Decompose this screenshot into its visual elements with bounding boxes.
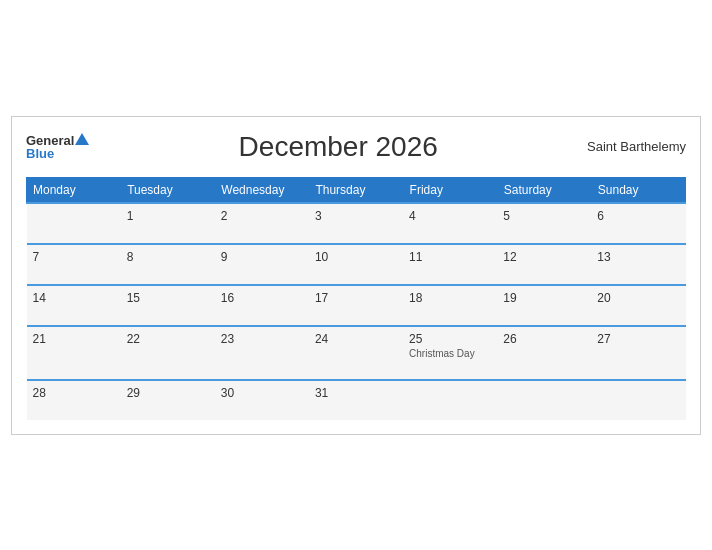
calendar-cell: 1 <box>121 203 215 244</box>
calendar-cell: 9 <box>215 244 309 285</box>
week-row-3: 14151617181920 <box>27 285 686 326</box>
logo-blue-text: Blue <box>26 147 89 160</box>
day-number: 18 <box>409 291 491 305</box>
day-number: 8 <box>127 250 209 264</box>
calendar-grid: MondayTuesdayWednesdayThursdayFridaySatu… <box>26 177 686 420</box>
region-label: Saint Barthelemy <box>587 139 686 154</box>
calendar-cell: 12 <box>497 244 591 285</box>
calendar-cell: 20 <box>591 285 685 326</box>
calendar-cell: 23 <box>215 326 309 380</box>
weekday-header-saturday: Saturday <box>497 177 591 203</box>
calendar-cell: 2 <box>215 203 309 244</box>
week-row-4: 2122232425Christmas Day2627 <box>27 326 686 380</box>
calendar-cell: 27 <box>591 326 685 380</box>
calendar-cell: 26 <box>497 326 591 380</box>
calendar-cell: 24 <box>309 326 403 380</box>
day-number: 9 <box>221 250 303 264</box>
calendar-cell: 14 <box>27 285 121 326</box>
calendar-cell: 17 <box>309 285 403 326</box>
day-number: 17 <box>315 291 397 305</box>
logo-area: General Blue <box>26 134 89 160</box>
calendar-cell: 8 <box>121 244 215 285</box>
logo-general-text: General <box>26 134 74 147</box>
weekday-header-tuesday: Tuesday <box>121 177 215 203</box>
weekday-header-row: MondayTuesdayWednesdayThursdayFridaySatu… <box>27 177 686 203</box>
calendar-header: General Blue December 2026 Saint Barthel… <box>26 127 686 167</box>
calendar-cell: 4 <box>403 203 497 244</box>
calendar-cell: 10 <box>309 244 403 285</box>
event-label: Christmas Day <box>409 348 491 359</box>
weekday-header-wednesday: Wednesday <box>215 177 309 203</box>
calendar-cell: 22 <box>121 326 215 380</box>
month-title: December 2026 <box>89 131 587 163</box>
calendar-cell: 19 <box>497 285 591 326</box>
calendar-cell: 21 <box>27 326 121 380</box>
calendar-cell <box>27 203 121 244</box>
day-number: 13 <box>597 250 679 264</box>
weekday-header-sunday: Sunday <box>591 177 685 203</box>
day-number: 21 <box>33 332 115 346</box>
day-number: 30 <box>221 386 303 400</box>
day-number: 28 <box>33 386 115 400</box>
day-number: 5 <box>503 209 585 223</box>
weekday-header-monday: Monday <box>27 177 121 203</box>
calendar-cell: 15 <box>121 285 215 326</box>
day-number: 3 <box>315 209 397 223</box>
day-number: 19 <box>503 291 585 305</box>
day-number: 31 <box>315 386 397 400</box>
calendar-cell <box>591 380 685 420</box>
day-number: 29 <box>127 386 209 400</box>
calendar-cell: 18 <box>403 285 497 326</box>
day-number: 2 <box>221 209 303 223</box>
day-number: 1 <box>127 209 209 223</box>
calendar-cell: 30 <box>215 380 309 420</box>
week-row-2: 78910111213 <box>27 244 686 285</box>
day-number: 15 <box>127 291 209 305</box>
calendar-cell: 31 <box>309 380 403 420</box>
calendar-cell: 3 <box>309 203 403 244</box>
day-number: 12 <box>503 250 585 264</box>
calendar-cell: 5 <box>497 203 591 244</box>
calendar-cell <box>497 380 591 420</box>
day-number: 25 <box>409 332 491 346</box>
day-number: 26 <box>503 332 585 346</box>
day-number: 4 <box>409 209 491 223</box>
weekday-header-thursday: Thursday <box>309 177 403 203</box>
calendar-cell: 13 <box>591 244 685 285</box>
day-number: 11 <box>409 250 491 264</box>
week-row-5: 28293031 <box>27 380 686 420</box>
day-number: 23 <box>221 332 303 346</box>
calendar-cell: 6 <box>591 203 685 244</box>
day-number: 24 <box>315 332 397 346</box>
week-row-1: 123456 <box>27 203 686 244</box>
day-number: 20 <box>597 291 679 305</box>
day-number: 27 <box>597 332 679 346</box>
day-number: 14 <box>33 291 115 305</box>
calendar-cell: 11 <box>403 244 497 285</box>
calendar-cell: 25Christmas Day <box>403 326 497 380</box>
calendar-cell: 7 <box>27 244 121 285</box>
calendar-cell: 28 <box>27 380 121 420</box>
day-number: 22 <box>127 332 209 346</box>
day-number: 6 <box>597 209 679 223</box>
calendar-cell: 16 <box>215 285 309 326</box>
day-number: 7 <box>33 250 115 264</box>
calendar-cell: 29 <box>121 380 215 420</box>
calendar-cell <box>403 380 497 420</box>
day-number: 10 <box>315 250 397 264</box>
logo-triangle-icon <box>75 133 89 145</box>
day-number: 16 <box>221 291 303 305</box>
calendar-container: General Blue December 2026 Saint Barthel… <box>11 116 701 435</box>
weekday-header-friday: Friday <box>403 177 497 203</box>
